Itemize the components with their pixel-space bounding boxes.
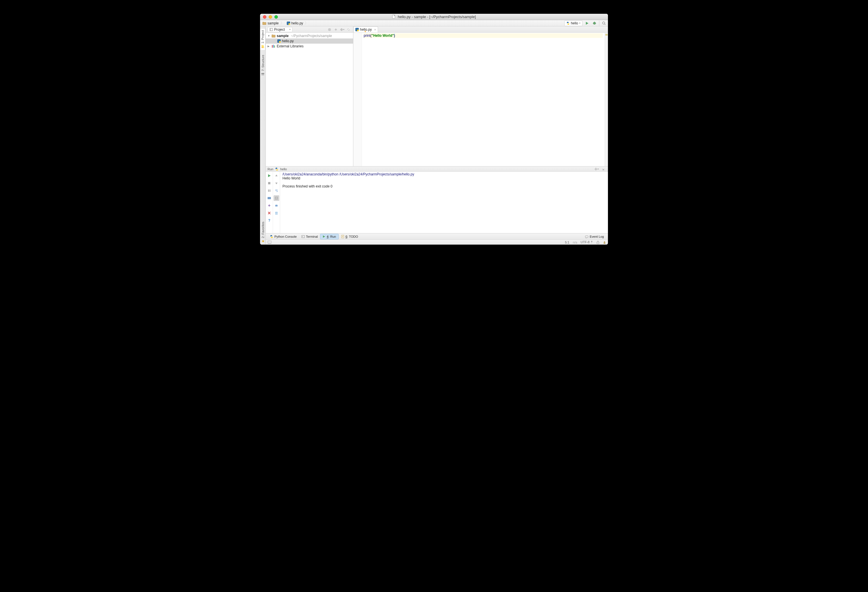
svg-point-7 [602,22,605,24]
up-button[interactable] [273,173,279,179]
expand-arrow-icon[interactable]: ▼ [267,34,270,37]
run-toolbar: ? [266,172,280,233]
minimize-window-button[interactable] [269,15,272,19]
editor-tab-bar: hello.py × ▾ [353,27,608,33]
zoom-window-button[interactable] [275,15,278,19]
cursor-position[interactable]: 5:1 [565,241,569,244]
chevron-right-icon: 〉 [305,21,308,25]
expand-arrow-icon[interactable]: ▶ [267,45,270,48]
python-icon [275,167,278,171]
console-exit-msg: Process finished with exit code 0 [282,184,332,188]
console-stdout: Hello World [282,176,300,180]
pause-button[interactable] [266,188,272,193]
close-button[interactable] [266,210,272,216]
tree-file-hello-py[interactable]: hello.py [266,38,353,44]
svg-rect-15 [279,41,281,43]
breadcrumbs: sample 〉 hello.py 〉 [261,21,309,26]
tree-node-path: ~/PycharmProjects/sample [291,34,332,38]
chevron-down-icon: ▾ [579,22,580,24]
run-button[interactable] [584,21,590,26]
tab-label: Python Console [275,235,297,238]
tool-tab-label: 1: Project [261,30,264,43]
svg-rect-24 [268,189,269,192]
code-content[interactable]: print("Hello World") [362,33,604,166]
breadcrumb-hello-py[interactable]: hello.py 〉 [286,21,309,26]
search-everywhere-button[interactable] [601,21,607,26]
svg-point-13 [341,29,342,30]
editor-tab-hello-py[interactable]: hello.py × ▾ [353,27,378,32]
debug-button[interactable] [592,21,597,26]
soft-wrap-button[interactable] [273,188,279,193]
editor-area: hello.py × ▾ print("Hello World") [353,27,608,166]
code-token: "Hello World" [371,34,394,38]
code-token: print [364,34,370,38]
star-icon: ★ [261,240,265,243]
python-console-tab[interactable]: Python Console [267,234,299,239]
svg-rect-38 [268,241,271,243]
pin-button[interactable] [266,203,272,208]
svg-rect-30 [276,206,277,207]
svg-point-21 [595,168,596,170]
svg-rect-23 [268,182,270,184]
title-bar: hello.py - sample - [~/PycharmProjects/s… [260,14,608,20]
tree-node-name: hello.py [282,39,294,43]
breadcrumb-label: sample [267,21,279,25]
favorites-tool-tab[interactable]: ★ 2: Favorites [261,220,265,245]
bottom-tool-stripe: Python Console Terminal 4: Run 6: TODO [266,233,608,239]
svg-rect-25 [270,189,270,192]
close-window-button[interactable] [263,15,266,19]
event-log-tab[interactable]: Event Log [583,234,606,239]
hide-button[interactable] [601,166,606,172]
run-config-selector[interactable]: hello ▾ [564,21,582,26]
todo-icon [341,235,344,238]
print-button[interactable] [273,203,279,208]
folder-icon: 📁 [261,44,265,49]
project-view-selector[interactable]: Project ▾ [267,27,292,32]
svg-rect-27 [275,197,278,199]
dump-threads-button[interactable] [266,195,272,201]
run-config-label: hello [571,21,578,25]
run-tab[interactable]: 4: Run [320,234,338,239]
breadcrumb-sample[interactable]: sample 〉 [261,21,285,26]
status-message-icon[interactable] [267,241,272,244]
project-tree[interactable]: ▼ sample ~/PycharmProjects/sample hello.… [266,33,353,166]
window-controls [263,15,278,19]
clear-all-button[interactable] [273,210,279,216]
error-stripe[interactable] [604,33,608,166]
run-config-name: hello [280,167,287,171]
scroll-from-source-button[interactable] [327,27,332,32]
project-tool-tab[interactable]: 📁 1: Project [260,28,266,50]
read-only-toggle-icon[interactable] [596,241,599,244]
hide-button[interactable] [345,27,351,32]
settings-button[interactable]: ▾ [593,166,599,172]
svg-rect-20 [357,30,359,31]
rerun-button[interactable] [266,173,272,179]
svg-rect-29 [276,204,277,205]
tree-node-name: External Libraries [277,44,303,48]
down-button[interactable] [273,180,279,186]
project-view-label: Project [274,28,285,32]
toolbar-right: hello ▾ [564,21,607,26]
collapse-all-button[interactable] [333,27,339,32]
event-log-ic-    on [585,235,588,238]
insert-mode[interactable]: n/a [573,241,577,244]
svg-point-12 [329,29,330,30]
warning-marker-icon[interactable] [605,34,608,35]
terminal-tab[interactable]: Terminal [299,234,320,239]
encoding-selector[interactable]: UTF-8 ⇡ [581,240,593,244]
editor-gutter[interactable] [353,33,362,166]
stop-button[interactable] [266,180,272,186]
hector-icon[interactable] [603,241,606,244]
scroll-to-end-button[interactable] [273,195,279,201]
close-tab-button[interactable]: × [374,28,376,31]
tree-external-libraries[interactable]: ▶ External Libraries [266,44,353,49]
run-console-output[interactable]: /Users/oki2a24/anaconda/bin/python /User… [280,172,608,233]
settings-button[interactable]: ▾ [339,27,345,32]
python-icon [566,22,570,25]
code-area[interactable]: print("Hello World") [353,33,608,166]
tree-root-sample[interactable]: ▼ sample ~/PycharmProjects/sample [266,33,353,38]
help-button[interactable]: ? [266,218,272,223]
todo-tab[interactable]: 6: TODO [339,234,360,239]
tool-tab-label: 7: Structure [261,55,265,71]
structure-tool-tab[interactable]: ⇶ 7: Structure [261,53,265,78]
